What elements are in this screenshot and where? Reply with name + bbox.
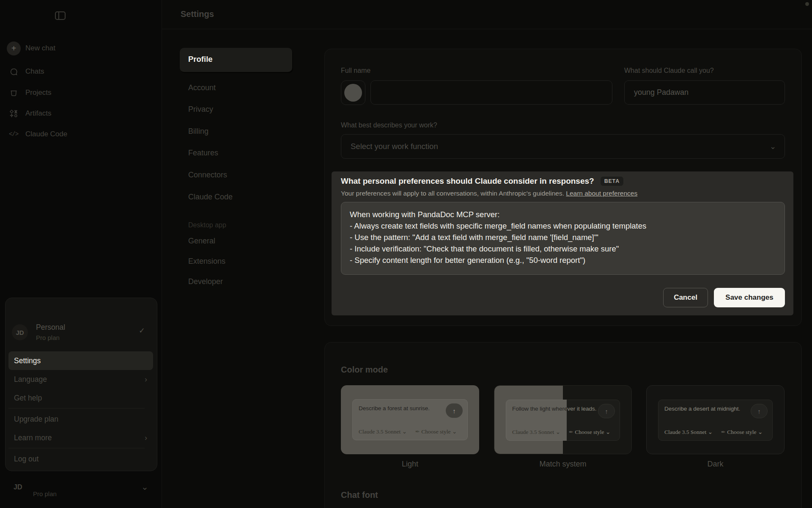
full-name-label: Full name xyxy=(341,67,370,75)
style-icon: ✒ xyxy=(721,429,725,435)
main-header: Settings xyxy=(162,0,812,29)
menu-divider xyxy=(8,408,145,409)
save-changes-button[interactable]: Save changes xyxy=(714,288,785,307)
chevron-down-icon: ⌄ xyxy=(606,429,610,435)
beta-badge: BETA xyxy=(600,176,624,186)
style-icon: ✒ xyxy=(568,429,573,435)
settings-nav-extensions[interactable]: Extensions xyxy=(188,257,225,266)
chevron-right-icon: › xyxy=(145,375,147,384)
menu-item-log-out[interactable]: Log out xyxy=(8,450,153,468)
preferences-title: What personal preferences should Claude … xyxy=(341,177,594,186)
menu-item-get-help[interactable]: Get help xyxy=(8,389,153,407)
sidebar-item-label: Chats xyxy=(25,67,44,76)
settings-nav-general[interactable]: General xyxy=(188,237,215,246)
menu-item-label: Language xyxy=(14,375,47,384)
menu-item-learn-more[interactable]: Learn more › xyxy=(8,428,153,447)
avatar: JD xyxy=(12,324,28,340)
settings-nav-claude-code[interactable]: Claude Code xyxy=(188,193,233,202)
color-mode-option-dark[interactable]: Describe a desert at midnight. ↑ Claude … xyxy=(646,385,785,454)
menu-item-upgrade-plan[interactable]: Upgrade plan xyxy=(8,410,153,428)
sidebar-toggle-icon[interactable] xyxy=(55,11,66,20)
profile-avatar[interactable] xyxy=(341,80,365,105)
account-name: Personal xyxy=(36,323,65,332)
chat-font-heading: Chat font xyxy=(341,490,378,500)
preferences-subtitle: Your preferences will apply to all conve… xyxy=(341,190,637,197)
menu-item-label: Learn more xyxy=(14,433,52,442)
menu-item-label: Settings xyxy=(14,356,41,365)
sidebar: + New chat Chats Projects Artifacts </> … xyxy=(0,0,162,508)
footer-avatar[interactable]: JD xyxy=(14,483,22,491)
mode-label-dark: Dark xyxy=(646,460,785,469)
checkmark-icon: ✓ xyxy=(139,326,145,335)
color-mode-option-match-system[interactable]: Follow the light wherever it leads. ↑ Cl… xyxy=(494,385,632,454)
preferences-subtitle-text: Your preferences will apply to all conve… xyxy=(341,190,564,197)
model-name: Claude 3.5 Sonnet xyxy=(359,428,401,435)
chevron-down-icon: ⌄ xyxy=(758,429,763,435)
chevron-down-icon: ⌄ xyxy=(708,429,713,435)
preferences-title-row: What personal preferences should Claude … xyxy=(341,176,624,186)
sidebar-item-claude-code[interactable]: </> Claude Code xyxy=(0,127,162,141)
footer-plan: Pro plan xyxy=(33,490,57,497)
chevron-right-icon: › xyxy=(145,433,147,442)
preferences-textarea[interactable]: When working with PandaDoc MCP server: -… xyxy=(341,202,785,275)
model-name: Claude 3.5 Sonnet xyxy=(664,429,706,435)
full-name-input[interactable] xyxy=(370,80,612,105)
settings-nav-profile[interactable]: Profile xyxy=(180,48,292,72)
settings-nav-features[interactable]: Features xyxy=(188,149,218,157)
color-mode-option-light[interactable]: Describe a forest at sunrise. ↑ Claude 3… xyxy=(341,385,479,454)
chevron-down-icon: ⌄ xyxy=(452,428,457,435)
chat-bubble-icon xyxy=(8,66,19,77)
call-you-label: What should Claude call you? xyxy=(624,67,714,75)
menu-item-label: Log out xyxy=(14,455,38,464)
work-function-placeholder: Select your work function xyxy=(351,142,438,151)
sidebar-item-label: Projects xyxy=(25,88,51,97)
sidebar-item-label: Artifacts xyxy=(25,109,51,118)
work-function-select[interactable]: Select your work function ⌄ xyxy=(341,134,785,159)
code-brackets-icon: </> xyxy=(8,129,19,139)
work-label: What best describes your work? xyxy=(341,121,437,129)
settings-nav-developer[interactable]: Developer xyxy=(188,277,223,286)
sidebar-item-projects[interactable]: Projects xyxy=(0,86,162,100)
preview-prompt: Describe a forest at sunrise. xyxy=(359,405,430,411)
cancel-button[interactable]: Cancel xyxy=(663,288,708,307)
menu-divider xyxy=(8,448,145,448)
chevron-down-icon: ⌄ xyxy=(770,142,776,151)
settings-nav-privacy[interactable]: Privacy xyxy=(188,105,213,114)
choose-style-label: Choose style xyxy=(421,428,450,435)
chevron-down-icon: ⌄ xyxy=(556,429,560,435)
chevron-down-icon: ⌄ xyxy=(402,428,407,435)
account-plan: Pro plan xyxy=(36,334,60,341)
preview-model-row: Claude 3.5 Sonnet ⌄ ✒ Choose style ⌄ xyxy=(359,428,457,435)
settings-nav-account[interactable]: Account xyxy=(188,83,216,92)
status-dot xyxy=(805,2,809,6)
project-box-icon xyxy=(8,88,19,98)
sidebar-item-label: Claude Code xyxy=(25,130,67,138)
preview-model-row: Claude 3.5 Sonnet ⌄ ✒ Choose style ⌄ xyxy=(664,428,763,436)
page-title: Settings xyxy=(181,9,214,19)
menu-item-label: Upgrade plan xyxy=(14,415,58,424)
sidebar-item-artifacts[interactable]: Artifacts xyxy=(0,106,162,121)
send-arrow-icon: ↑ xyxy=(598,404,615,418)
learn-about-preferences-link[interactable]: Learn about preferences xyxy=(566,190,637,197)
choose-style-label: Choose style xyxy=(727,429,756,435)
preview-prompt: Describe a desert at midnight. xyxy=(664,406,740,412)
settings-nav-connectors[interactable]: Connectors xyxy=(188,171,227,179)
menu-item-settings[interactable]: Settings xyxy=(8,351,153,370)
send-arrow-icon: ↑ xyxy=(446,403,463,418)
settings-nav-billing[interactable]: Billing xyxy=(188,127,208,136)
color-mode-heading: Color mode xyxy=(341,365,388,375)
choose-style-label: Choose style xyxy=(575,429,604,435)
sidebar-item-chats[interactable]: Chats xyxy=(0,64,162,79)
theme-preview: Describe a forest at sunrise. ↑ Claude 3… xyxy=(352,399,468,440)
claude-settings-window: + New chat Chats Projects Artifacts </> … xyxy=(0,0,812,508)
menu-item-label: Get help xyxy=(14,394,42,403)
mode-label-light: Light xyxy=(341,460,479,469)
call-you-input[interactable] xyxy=(624,80,785,105)
settings-nav-label: Profile xyxy=(188,55,213,64)
chevron-down-icon[interactable]: ⌄ xyxy=(141,482,148,492)
plus-icon: + xyxy=(7,41,21,55)
style-icon: ✒ xyxy=(415,428,420,435)
shapes-grid-icon xyxy=(8,108,19,119)
sidebar-item-new-chat[interactable]: + New chat xyxy=(0,41,162,55)
menu-item-language[interactable]: Language › xyxy=(8,370,153,389)
